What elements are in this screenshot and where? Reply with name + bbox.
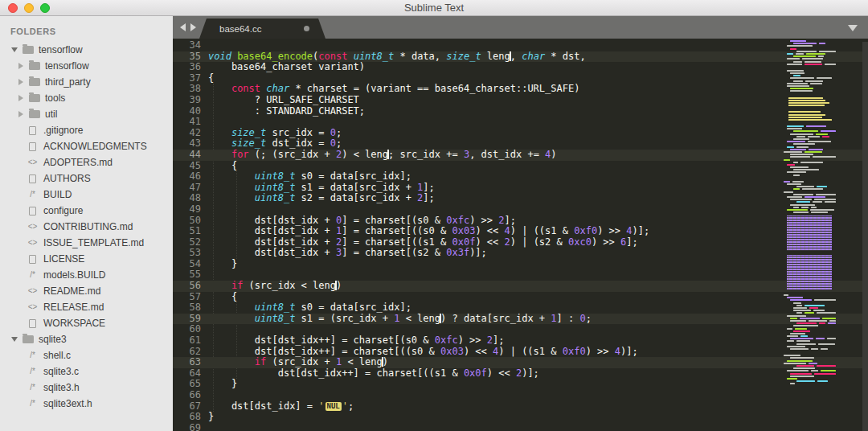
code-line-41[interactable]: 41: [173, 117, 868, 128]
code-line-68[interactable]: 68}: [173, 412, 868, 423]
tree-item-sqlite3ext-h[interactable]: /*sqlite3ext.h: [0, 396, 173, 412]
tab-base64-cc[interactable]: base64.cc: [199, 18, 326, 39]
line-number[interactable]: 47: [173, 183, 208, 194]
code-line-50[interactable]: 50 dst[dst_idx + 0] = charset[(s0 & 0xfc…: [173, 216, 868, 227]
code-line-52[interactable]: 52 dst[dst_idx + 2] = charset[((s1 & 0x0…: [173, 237, 868, 248]
code-area[interactable]: 3435void base64_encode(const uint8_t * d…: [173, 39, 868, 431]
line-number[interactable]: 51: [173, 226, 208, 237]
line-number[interactable]: 66: [173, 390, 208, 401]
code-line-62[interactable]: 62 dst[dst_idx++] = charset[((s0 & 0x03)…: [173, 347, 868, 358]
close-button-icon[interactable]: [8, 3, 18, 13]
prev-tab-icon[interactable]: [180, 23, 186, 31]
tree-item-license[interactable]: LICENSE: [0, 251, 173, 267]
line-number[interactable]: 59: [173, 314, 208, 325]
line-number[interactable]: 58: [173, 302, 208, 314]
disclosure-collapsed-icon[interactable]: [18, 95, 23, 101]
line-number[interactable]: 55: [173, 269, 208, 281]
code-line-51[interactable]: 51 dst[dst_idx + 1] = charset[((s0 & 0x0…: [173, 226, 868, 237]
line-number[interactable]: 61: [173, 335, 208, 347]
tree-item-shell-c[interactable]: /*shell.c: [0, 347, 173, 363]
tree-item-sqlite3[interactable]: sqlite3: [0, 331, 173, 347]
disclosure-collapsed-icon[interactable]: [18, 63, 23, 69]
line-number[interactable]: 46: [173, 171, 208, 183]
code-line-44[interactable]: 44 for (; (src_idx + 2) < leng; src_idx …: [173, 150, 868, 161]
code-line-56[interactable]: 56 if (src_idx < leng): [173, 281, 868, 292]
tree-item-acknowledgments[interactable]: ACKNOWLEDGMENTS: [0, 138, 173, 154]
minimize-button-icon[interactable]: [24, 3, 34, 13]
fullscreen-button-icon[interactable]: [40, 3, 50, 13]
disclosure-collapsed-icon[interactable]: [18, 79, 23, 85]
code-line-48[interactable]: 48 uint8_t s2 = data[src_idx + 2];: [173, 193, 868, 204]
tree-item-issue-template-md[interactable]: <>ISSUE_TEMPLATE.md: [0, 235, 173, 251]
code-line-57[interactable]: 57 {: [173, 292, 868, 303]
code-line-53[interactable]: 53 dst[dst_idx + 3] = charset[(s2 & 0x3f…: [173, 248, 868, 259]
tree-item-tools[interactable]: tools: [0, 90, 173, 106]
code-line-64[interactable]: 64 dst[dst_idx++] = charset[((s1 & 0x0f)…: [173, 368, 868, 380]
line-number[interactable]: 53: [173, 248, 208, 259]
line-number[interactable]: 49: [173, 204, 208, 216]
line-number[interactable]: 63: [173, 357, 208, 368]
tree-item-authors[interactable]: AUTHORS: [0, 170, 173, 187]
code-line-34[interactable]: 34: [173, 40, 868, 51]
code-line-67[interactable]: 67 dst[dst_idx] = 'NUL';: [173, 401, 868, 413]
tree-item-tensorflow[interactable]: tensorflow: [0, 58, 173, 74]
code-line-45[interactable]: 45 {: [173, 161, 868, 172]
line-number[interactable]: 62: [173, 347, 208, 358]
line-number[interactable]: 38: [173, 84, 208, 95]
line-number[interactable]: 64: [173, 368, 208, 380]
code-line-47[interactable]: 47 uint8_t s1 = data[src_idx + 1];: [173, 183, 868, 194]
tree-item-sqlite3-h[interactable]: /*sqlite3.h: [0, 380, 173, 396]
disclosure-expanded-icon[interactable]: [11, 337, 18, 342]
code-line-54[interactable]: 54 }: [173, 259, 868, 270]
line-number[interactable]: 34: [173, 40, 208, 51]
line-number[interactable]: 41: [173, 117, 208, 128]
disclosure-expanded-icon[interactable]: [11, 47, 18, 52]
code-line-66[interactable]: 66: [173, 390, 868, 401]
tree-item-readme-md[interactable]: <>README.md: [0, 283, 173, 299]
code-line-69[interactable]: 69: [173, 423, 868, 431]
scrollbar[interactable]: [862, 42, 868, 431]
line-number[interactable]: 56: [173, 281, 208, 292]
code-line-49[interactable]: 49: [173, 204, 868, 216]
next-tab-icon[interactable]: [190, 23, 196, 31]
tree-item-contributing-md[interactable]: <>CONTRIBUTING.md: [0, 219, 173, 235]
line-number[interactable]: 45: [173, 161, 208, 172]
line-number[interactable]: 54: [173, 259, 208, 270]
code-line-36[interactable]: 36 base64_charset variant): [173, 62, 868, 73]
line-number[interactable]: 68: [173, 412, 208, 423]
code-line-38[interactable]: 38 const char * charset = (variant == ba…: [173, 84, 868, 95]
code-line-42[interactable]: 42 size_t src_idx = 0;: [173, 128, 868, 139]
code-line-43[interactable]: 43 size_t dst_idx = 0;: [173, 138, 868, 150]
line-number[interactable]: 35: [173, 51, 208, 63]
tree-item-util[interactable]: util: [0, 106, 173, 122]
line-number[interactable]: 48: [173, 193, 208, 204]
code-line-60[interactable]: 60: [173, 324, 868, 335]
line-number[interactable]: 52: [173, 237, 208, 248]
line-number[interactable]: 57: [173, 292, 208, 303]
code-line-40[interactable]: 40 : STANDARD_CHARSET;: [173, 106, 868, 117]
code-line-65[interactable]: 65 }: [173, 379, 868, 390]
line-number[interactable]: 40: [173, 106, 208, 117]
tab-overflow-menu-icon[interactable]: [848, 25, 858, 31]
code-line-61[interactable]: 61 dst[dst_idx++] = charset[(s0 & 0xfc) …: [173, 335, 868, 347]
code-line-59[interactable]: 59 uint8_t s1 = (src_idx + 1 < leng) ? d…: [173, 314, 868, 325]
tree-item-third-party[interactable]: third_party: [0, 74, 173, 90]
code-line-58[interactable]: 58 uint8_t s0 = data[src_idx];: [173, 302, 868, 314]
line-number[interactable]: 39: [173, 95, 208, 106]
tree-item-release-md[interactable]: <>RELEASE.md: [0, 299, 173, 315]
line-number[interactable]: 69: [173, 423, 208, 431]
code-line-63[interactable]: 63 if (src_idx + 1 < leng): [173, 357, 868, 368]
code-line-35[interactable]: 35void base64_encode(const uint8_t * dat…: [173, 51, 868, 63]
tree-item-adopters-md[interactable]: <>ADOPTERS.md: [0, 154, 173, 170]
tree-item-sqlite3-c[interactable]: /*sqlite3.c: [0, 363, 173, 380]
disclosure-collapsed-icon[interactable]: [18, 111, 23, 117]
line-number[interactable]: 50: [173, 216, 208, 227]
line-number[interactable]: 36: [173, 62, 208, 73]
code-line-46[interactable]: 46 uint8_t s0 = data[src_idx];: [173, 171, 868, 183]
tree-item-models-build[interactable]: /*models.BUILD: [0, 267, 173, 283]
line-number[interactable]: 43: [173, 138, 208, 150]
minimap[interactable]: [782, 40, 836, 431]
code-line-37[interactable]: 37{: [173, 73, 868, 84]
line-number[interactable]: 42: [173, 128, 208, 139]
line-number[interactable]: 65: [173, 379, 208, 390]
